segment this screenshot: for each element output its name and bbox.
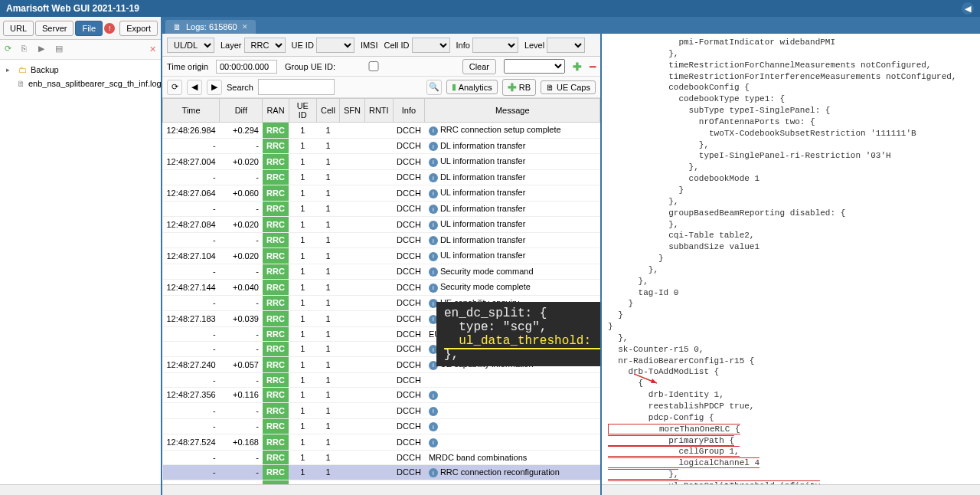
info-icon[interactable]: i (429, 391, 438, 400)
table-row[interactable]: 12:48:27.144+0.040RRC11DCCHiSecurity mod… (163, 280, 600, 296)
info-icon[interactable]: i (429, 438, 438, 447)
info-icon[interactable]: i (429, 484, 438, 485)
table-row[interactable]: --RRC11DCCHi (163, 403, 600, 419)
logs-tab[interactable]: 🗎 Logs: 615860 ✕ (165, 20, 256, 34)
plus-icon: ✚ (508, 81, 517, 93)
search-label: Search (227, 83, 253, 92)
analytics-button[interactable]: ▮Analytics (446, 80, 498, 94)
clear-button[interactable]: Clear (462, 59, 496, 74)
log-table-wrap[interactable]: TimeDiffRANUE IDCellSFNRNTIInfoMessage 1… (162, 98, 600, 484)
refresh-icon[interactable]: ⟳ (5, 44, 17, 56)
info-icon[interactable]: i (429, 142, 438, 151)
file-button[interactable]: File (75, 21, 103, 36)
app-title: Amarisoft Web GUI 2021-11-19 (6, 3, 139, 14)
info-icon[interactable]: i (429, 126, 438, 136)
close-icon[interactable]: ✕ (149, 44, 156, 54)
info-icon[interactable]: i (429, 205, 438, 214)
play-icon[interactable]: ▶ (38, 44, 51, 56)
table-row[interactable]: 12:48:27.064+0.060RRC11DCCHiUL informati… (163, 185, 600, 202)
table-row[interactable]: --RRC11DCCHiDL information transfer (163, 232, 600, 248)
table-row[interactable]: 12:48:27.084+0.020RRC11DCCHiUL informati… (163, 217, 600, 233)
table-row[interactable]: 12:48:27.004+0.020RRC11DCCHiUL informati… (163, 154, 600, 170)
info-icon[interactable]: i (429, 422, 438, 431)
info-icon[interactable]: i (429, 189, 438, 198)
arrow-icon (634, 374, 665, 389)
group-ueid-checkbox[interactable] (343, 61, 404, 71)
alert-icon[interactable]: ! (104, 23, 115, 34)
remove-icon[interactable]: ━ (590, 61, 596, 73)
svg-marker-1 (651, 379, 657, 383)
table-row[interactable]: --RRC11DCCHi (163, 418, 600, 434)
scrollbar-horizontal[interactable] (0, 484, 161, 495)
table-row[interactable]: 12:48:27.104+0.020RRC11DCCHiUL informati… (163, 248, 600, 264)
column-header[interactable]: Time (163, 99, 220, 123)
info-icon[interactable]: i (429, 173, 438, 182)
ueid-select[interactable] (316, 38, 354, 53)
table-row[interactable]: --RRC11DCCH (163, 372, 600, 387)
time-origin-input[interactable] (216, 60, 277, 74)
info-select[interactable] (472, 38, 518, 53)
info-icon[interactable]: i (429, 158, 438, 167)
clear-select[interactable] (504, 59, 565, 74)
chart-icon[interactable]: ▤ (55, 44, 67, 56)
folder-label: Backup (31, 65, 59, 74)
prev-icon[interactable]: ◀ (187, 80, 202, 95)
table-row[interactable]: 12:48:27.356+0.116RRC11DCCHi (163, 387, 600, 403)
bars-icon: ▮ (452, 82, 456, 92)
tree-folder[interactable]: ▸ 🗀 Backup (3, 63, 158, 77)
info-icon[interactable]: i (429, 468, 438, 477)
table-row[interactable]: --RRC11DCCHiDL information transfer (163, 169, 600, 185)
app-header: Amarisoft Web GUI 2021-11-19 ◀ (0, 0, 980, 17)
cellid-select[interactable] (412, 38, 450, 53)
table-row[interactable]: 12:48:27.524+0.168RRC11DCCHi (163, 434, 600, 451)
tree-file[interactable]: 🗎 enb_nsa_splitbearer_scg_th_inf.log (3, 77, 158, 90)
copy-icon[interactable]: ⎘ (21, 44, 34, 56)
search-input[interactable] (258, 79, 335, 95)
message-text: DL information transfer (440, 204, 525, 213)
file-label: enb_nsa_splitbearer_scg_th_inf.log (28, 79, 161, 88)
uldl-select[interactable]: UL/DL (167, 38, 214, 53)
info-icon[interactable]: i (429, 407, 438, 416)
table-row[interactable]: --RRC11DCCHiRRC connection reconfigurati… (163, 464, 600, 480)
message-text: UL information transfer (440, 219, 525, 228)
table-row[interactable]: --RRC11DCCHiDL information transfer (163, 138, 600, 154)
column-header[interactable]: UE ID (289, 99, 316, 123)
info-icon[interactable]: i (429, 221, 438, 230)
url-button[interactable]: URL (3, 21, 34, 36)
tab-close-icon[interactable]: ✕ (242, 23, 248, 31)
collapse-icon[interactable]: ◀ (962, 2, 974, 15)
column-header[interactable]: Diff (220, 99, 263, 123)
info-icon[interactable]: i (429, 284, 438, 293)
uecaps-button[interactable]: 🗎UE Caps (541, 80, 596, 94)
info-icon[interactable]: i (429, 252, 438, 261)
folder-icon: 🗀 (17, 64, 28, 75)
info-icon[interactable]: i (429, 236, 438, 245)
table-row[interactable]: 12:48:26.984+0.294RRC11DCCHiRRC connecti… (163, 123, 600, 139)
next-icon[interactable]: ▶ (207, 80, 222, 95)
add-icon[interactable]: ✚ (573, 61, 582, 73)
reload-icon[interactable]: ⟳ (167, 80, 182, 95)
table-row[interactable]: 12:48:27.564+0.040RRC11DCCHiRRC connecti… (163, 480, 600, 485)
tree-toolbar: ⟳ ⎘ ▶ ▤ ✕ (0, 40, 161, 60)
table-row[interactable]: --RRC11DCCHiDL information transfer (163, 201, 600, 217)
group-ueid-label: Group UE ID: (285, 62, 335, 71)
export-button[interactable]: Export (119, 21, 158, 36)
column-header[interactable]: Info (393, 99, 425, 123)
column-header[interactable]: SFN (339, 99, 364, 123)
scrollbar-horizontal[interactable] (602, 484, 980, 495)
table-row[interactable]: --RRC11DCCHMRDC band combinations (163, 450, 600, 464)
info-icon[interactable]: i (429, 267, 438, 277)
rb-button[interactable]: ✚RB (502, 79, 536, 96)
column-header[interactable]: RAN (263, 99, 289, 123)
binoculars-icon[interactable]: 🔍 (426, 80, 442, 95)
column-header[interactable]: Message (425, 99, 600, 123)
column-header[interactable]: Cell (316, 99, 339, 123)
scrollbar-horizontal[interactable] (162, 484, 600, 495)
file-tree: ▸ 🗀 Backup 🗎 enb_nsa_splitbearer_scg_th_… (0, 60, 161, 484)
table-row[interactable]: --RRC11DCCHiSecurity mode command (163, 264, 600, 280)
server-button[interactable]: Server (35, 21, 74, 36)
code-view[interactable]: pmi-FormatIndicator widebandPMI }, timeR… (602, 34, 980, 484)
column-header[interactable]: RNTI (364, 99, 393, 123)
level-select[interactable] (547, 38, 585, 53)
layer-select[interactable]: RRC (244, 38, 286, 53)
